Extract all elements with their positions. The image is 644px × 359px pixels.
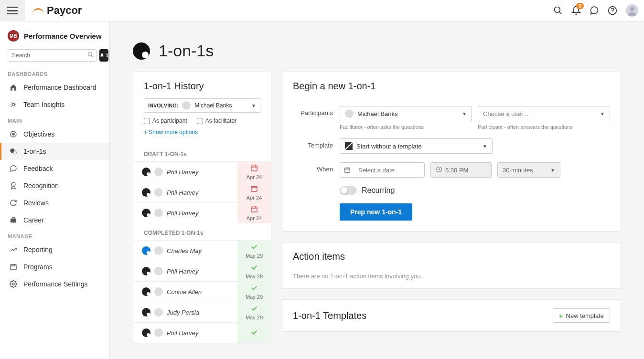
date-field[interactable] [345,163,419,177]
sidebar-item-reviews[interactable]: Reviews [0,194,109,211]
history-row[interactable]: Charles MayMay 29 [133,240,271,261]
date-text: Apr 24 [247,174,262,180]
involving-select[interactable]: INVOLVING: Michael Banks ▼ [144,98,260,113]
sidebar-item-label: 1-on-1s [23,148,46,155]
svg-rect-14 [11,219,16,223]
svg-line-1 [559,12,562,14]
svg-point-5 [630,7,634,11]
sidebar-item-performance-dashboard[interactable]: Performance Dashboard [0,79,109,96]
history-row[interactable]: Phil HarveyApr 24 [133,182,271,202]
history-row[interactable]: Phil HarveyApr 24 [133,161,271,182]
sidebar-alerts-count: 1 [106,53,108,58]
new-template-button[interactable]: + New template [553,308,610,323]
history-name: Phil Harvey [167,329,198,337]
topbar-right: 3 [553,4,638,17]
date-input[interactable] [340,162,425,178]
recurring-toggle[interactable] [340,186,357,195]
hamburger-icon[interactable] [7,7,18,14]
svg-rect-15 [11,264,16,270]
history-row[interactable]: Judy PersiaMay 29 [133,302,271,322]
sidebar-item-feedback[interactable]: Feedback [0,160,109,177]
sidebar-item-performance-settings[interactable]: Performance Settings [0,275,109,293]
participants-label: Participants [293,106,340,116]
history-row[interactable]: Connie AllenMay 29 [133,281,271,302]
show-more-options-link[interactable]: Show more options [144,129,260,136]
sidebar: MB Performance Overview 1 DASHBOARDS Per… [0,21,110,359]
messages-icon[interactable] [590,6,599,15]
svg-point-6 [88,53,92,56]
sidebar-item-career[interactable]: Career [0,211,109,229]
svg-rect-20 [345,168,350,172]
when-label: When [293,162,340,173]
template-select[interactable]: Start without a template ▼ [340,138,493,154]
sidebar-item-reporting[interactable]: Reporting [0,241,109,258]
history-name: Connie Allen [167,288,202,296]
sidebar-section-dashboards: DASHBOARDS [0,66,109,79]
history-card: 1-on-1 History INVOLVING: Michael Banks … [133,72,271,343]
history-name: Charles May [167,247,202,254]
sidebar-item-recognition[interactable]: Recognition [0,177,109,194]
new-1on1-title: Begin a new 1-on-1 [293,81,610,92]
user-avatar-icon [154,168,163,176]
chat-icon [142,188,150,197]
history-row[interactable]: Phil Harvey [133,322,271,343]
chevron-down-icon: ▼ [483,144,487,149]
sidebar-alerts-badge[interactable]: 1 [99,49,108,62]
check-icon [250,264,258,273]
search-icon[interactable] [553,6,563,15]
sidebar-title: Performance Overview [24,32,102,40]
as-facilitator-checkbox[interactable]: As facilitator [197,117,236,124]
user-avatar-icon [154,267,163,275]
main-content: 1-on-1s 1-on-1 History INVOLVING: Michae… [110,21,644,359]
user-avatar-icon [154,308,163,317]
bulb-icon [9,100,18,109]
history-date: Apr 24 [237,182,271,202]
participant-select[interactable]: Choose a user... ▼ [478,106,610,121]
history-row[interactable]: Phil HarveyApr 24 [133,202,271,223]
history-name: Phil Harvey [167,169,198,176]
svg-point-10 [12,133,14,135]
time-display: 5:30 PM [430,162,492,178]
svg-rect-18 [251,186,257,191]
history-date: May 29 [237,241,271,261]
facilitator-value: Michael Banks [357,110,398,117]
sidebar-search-wrap [8,49,97,62]
sidebar-search-input[interactable] [8,49,97,62]
help-icon[interactable] [608,6,617,15]
history-row[interactable]: Phil HarveyMay 29 [133,261,271,281]
filter-checkboxes: As participant As facilitator [144,117,260,124]
recurring-label: Recurring [362,186,395,195]
user-avatar[interactable] [626,4,638,17]
svg-point-12 [13,151,17,154]
logo[interactable]: Paycor [32,4,82,17]
chevron-down-icon: ▼ [251,103,256,108]
target-icon [9,130,18,138]
user-avatar-icon [154,188,163,197]
sidebar-item-objectives[interactable]: Objectives [0,126,109,143]
check-icon [250,305,258,314]
history-date [237,323,271,343]
svg-point-13 [11,182,15,186]
svg-line-7 [91,55,93,57]
notifications-icon[interactable]: 3 [571,6,581,15]
action-items-title: Action items [293,251,610,262]
plus-icon: + [559,312,563,320]
template-value: Start without a template [356,143,422,150]
chat-icon [142,328,150,337]
sidebar-item-label: Career [23,216,44,224]
check-icon [250,284,258,293]
duration-select[interactable]: 30 minutes ▼ [497,162,560,178]
prep-new-button[interactable]: Prep new 1-on-1 [340,203,412,221]
sidebar-item-programs[interactable]: Programs [0,258,109,275]
as-participant-checkbox[interactable]: As participant [144,117,187,124]
chevron-down-icon: ▼ [462,111,467,116]
sidebar-item-1on1s[interactable]: 1-on-1s [0,143,109,160]
facilitator-select[interactable]: Michael Banks ▼ [340,106,472,121]
sidebar-avatar: MB [8,30,19,42]
action-items-empty: There are no 1-on-1 action items involvi… [293,273,610,280]
logo-text: Paycor [47,4,82,17]
sidebar-item-team-insights[interactable]: Team Insights [0,96,109,113]
search-icon [87,52,94,59]
date-text: May 29 [246,253,263,259]
loop-icon [9,164,18,173]
